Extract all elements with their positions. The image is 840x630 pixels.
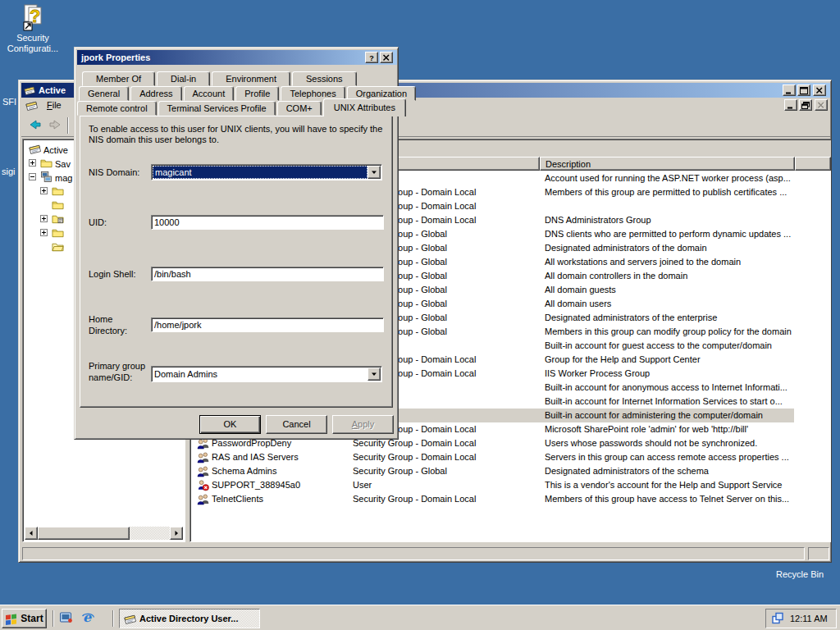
group-icon — [197, 493, 209, 505]
domain-icon — [40, 171, 52, 183]
back-icon[interactable] — [28, 118, 43, 131]
dialog-titlebar[interactable]: jpork Properties — [77, 50, 397, 65]
desktop-icon-security-configuration[interactable]: ? Security Configurati... — [2, 3, 64, 54]
collapse-icon[interactable] — [29, 173, 36, 180]
toolbar-separator — [67, 117, 69, 134]
apply-button: Apply — [332, 415, 394, 434]
desktop-icon-label: Security Configurati... — [2, 33, 64, 54]
chevron-down-icon — [371, 169, 377, 176]
cell-type: Security Group - Global — [353, 464, 447, 478]
list-row-ras-and-ias-servers[interactable]: RAS and IAS ServersSecurity Group - Doma… — [191, 450, 831, 464]
tab-address[interactable]: Address — [130, 86, 181, 101]
tab-terminal-services-profile[interactable]: Terminal Services Profile — [158, 101, 276, 116]
start-button[interactable]: Start — [2, 609, 47, 628]
child-minimize-button[interactable] — [784, 99, 797, 111]
window-title: Active — [39, 85, 66, 95]
folder-icon — [52, 226, 64, 239]
taskbar-separator — [112, 610, 114, 627]
folder-icon — [52, 185, 64, 197]
list-row-telnetclients[interactable]: TelnetClientsSecurity Group - Domain Loc… — [191, 492, 831, 506]
close-icon — [815, 87, 824, 94]
help-icon: ? — [368, 54, 376, 62]
security-configuration-icon: ? — [19, 3, 47, 31]
forward-icon[interactable] — [48, 118, 62, 131]
cell-name: TelnetClients — [212, 492, 263, 506]
expand-icon[interactable] — [40, 187, 48, 194]
child-restore-button[interactable] — [799, 99, 812, 111]
primary-group-label: Primary group name/GID: — [89, 360, 145, 383]
cancel-button[interactable]: Cancel — [266, 415, 327, 434]
task-button-active-directory[interactable]: Active Directory User... — [119, 609, 260, 628]
child-window-icon — [25, 99, 38, 112]
cell-type: Security Group - Domain Local — [353, 492, 476, 506]
help-button[interactable]: ? — [365, 52, 378, 63]
home-directory-field[interactable] — [151, 317, 384, 332]
tab-member-of[interactable]: Member Of — [82, 71, 155, 86]
tab-environment[interactable]: Environment — [212, 71, 290, 86]
cell-description: Members of this group have access to Tel… — [545, 492, 789, 506]
cell-description: DNS clients who are permitted to perform… — [545, 227, 791, 241]
menu-file[interactable]: File — [43, 100, 65, 110]
login-shell-label: Login Shell: — [89, 269, 136, 279]
scrollbar-thumb[interactable] — [38, 527, 130, 540]
ok-button[interactable]: OK — [199, 415, 261, 434]
list-row-schema-admins[interactable]: Schema AdminsSecurity Group - GlobalDesi… — [191, 464, 831, 478]
tab-account[interactable]: Account — [184, 86, 235, 101]
cell-description: Users whose passwords should not be sync… — [545, 436, 757, 450]
uid-field[interactable] — [151, 215, 384, 230]
quick-launch-show-desktop[interactable] — [59, 610, 75, 627]
tab-dial-in[interactable]: Dial-in — [157, 71, 210, 86]
quick-launch-internet-explorer[interactable]: e — [80, 610, 97, 627]
svg-text:?: ? — [369, 54, 374, 62]
tab-profile[interactable]: Profile — [235, 86, 279, 101]
cell-description: DNS Administrators Group — [545, 213, 651, 227]
list-row-support-388945a0[interactable]: SUPPORT_388945a0UserThis is a vendor's a… — [191, 478, 831, 492]
cell-description: Group for the Help and Support Center — [545, 353, 701, 367]
folder-badge-icon — [52, 212, 64, 225]
tab-com[interactable]: COM+ — [277, 101, 322, 116]
show-desktop-icon — [59, 610, 74, 625]
close-button[interactable] — [813, 84, 826, 96]
primary-group-combobox[interactable]: Domain Admins — [151, 366, 382, 382]
clock[interactable]: 12:11 AM — [790, 614, 828, 623]
cell-name: Schema Admins — [212, 464, 276, 478]
dialog-title: jpork Properties — [81, 52, 150, 62]
scroll-left-button[interactable] — [25, 527, 38, 540]
nis-domain-combobox[interactable]: magicant — [151, 164, 382, 180]
tab-remote-control[interactable]: Remote control — [77, 101, 157, 116]
expand-icon[interactable] — [40, 215, 48, 222]
recycle-bin-label[interactable]: Recycle Bin — [763, 569, 837, 579]
cell-description: All workstations and servers joined to t… — [545, 255, 741, 269]
dialog-close-button[interactable] — [380, 52, 393, 63]
arrow-left-icon — [28, 530, 34, 536]
folder-open-icon — [52, 240, 64, 253]
expand-icon[interactable] — [40, 229, 48, 236]
cell-description: Built-in account for Internet Informatio… — [545, 395, 783, 409]
tree-horizontal-scrollbar[interactable] — [25, 527, 183, 540]
nis-domain-dropdown-button[interactable] — [368, 166, 381, 179]
tab-unix-attributes[interactable]: UNIX Attributes — [323, 98, 406, 116]
taskbar: Start e Active Directory User... 12:11 A… — [0, 605, 840, 630]
login-shell-field[interactable] — [151, 267, 384, 281]
cell-description: Members in this group can modify group p… — [545, 325, 792, 339]
child-close-button-disabled — [815, 99, 828, 111]
vmware-tray-icon[interactable] — [770, 611, 785, 626]
desktop-partial-label: sigi — [2, 167, 16, 176]
tree-item-label: Active — [43, 144, 68, 157]
tab-sessions[interactable]: Sessions — [292, 71, 357, 86]
primary-group-value: Domain Admins — [153, 368, 368, 381]
scroll-right-button[interactable] — [170, 527, 183, 540]
jpork-properties-dialog: jpork Properties ? Member OfDial-inEnvir… — [74, 47, 399, 440]
cell-description: All domain users — [545, 297, 611, 311]
minimize-icon — [785, 87, 793, 94]
unix-attributes-tab-page: To enable access to this user for UNIX c… — [80, 116, 393, 408]
cell-description: IIS Worker Process Group — [545, 367, 650, 381]
primary-group-dropdown-button[interactable] — [368, 368, 381, 381]
tab-general[interactable]: General — [79, 86, 129, 101]
cell-description: Designated administrators of the enterpr… — [545, 311, 717, 325]
maximize-button[interactable] — [797, 84, 810, 96]
cell-description: All domain guests — [545, 283, 616, 297]
expand-icon[interactable] — [29, 159, 36, 167]
minimize-button[interactable] — [783, 84, 796, 96]
maximize-icon — [800, 87, 808, 94]
